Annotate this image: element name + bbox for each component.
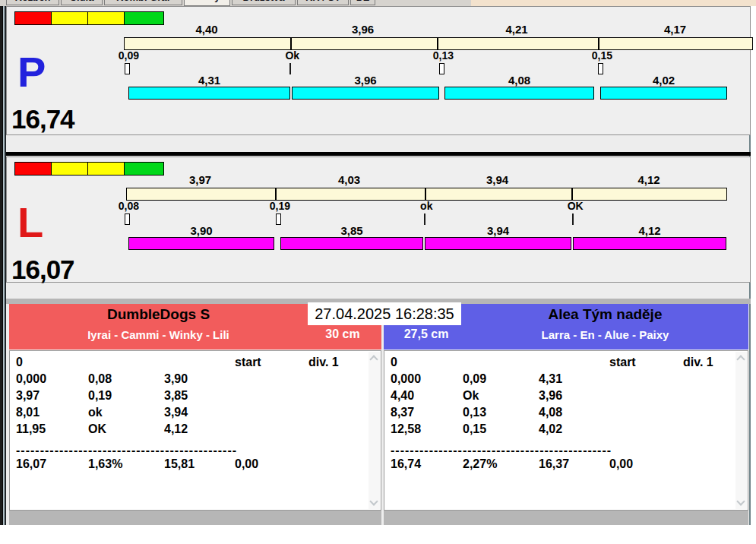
cell: div. 1 (308, 356, 339, 369)
scroll-down-icon[interactable] (736, 497, 745, 505)
jump-height: 30 cm (313, 327, 372, 341)
overall-split-bar (126, 188, 727, 201)
bar-divider (598, 38, 599, 49)
summary-row: 16,74 2,27% 16,37 0,00 (384, 457, 748, 474)
lane-letter: L (17, 201, 43, 244)
cell: ok (88, 406, 103, 419)
cell: 0,09 (463, 372, 486, 386)
dog-time-bar (573, 237, 726, 250)
run-row: 0 start div. 1 (384, 356, 748, 372)
dog-time: 3,94 (425, 224, 571, 237)
bottom-band-left (9, 511, 381, 525)
bar-divider (571, 188, 573, 200)
tab-cidla[interactable]: Čidla (61, 0, 103, 5)
lane-panel-right: 4,40 3,96 4,21 4,17 0,09 Ok 0,13 0,15 4,… (6, 6, 751, 135)
dog-time: 3,85 (280, 224, 423, 237)
dog-time-bar (425, 237, 571, 250)
app-window: Rozběh Čidla Kombi Graf Grafy Družstva K… (0, 0, 756, 544)
run-list-left[interactable]: 0 start div. 1 0,000 0,08 3,90 3,97 0,19… (9, 350, 381, 511)
start-light-yellow2 (87, 162, 125, 176)
cell: 4,02 (539, 422, 562, 436)
separator-row: ----------------------------------------… (10, 444, 381, 457)
total-time: 16,07 (16, 457, 46, 471)
scrollbar[interactable] (735, 352, 747, 509)
start-light-red (14, 11, 52, 25)
crossing-label: 0,13 (433, 49, 454, 62)
start-light-red (14, 162, 52, 176)
jump-height: 27,5 cm (391, 327, 461, 341)
scroll-down-icon[interactable] (369, 497, 378, 505)
cell: 4,12 (164, 422, 188, 436)
scroll-up-icon[interactable] (369, 355, 378, 363)
cell: 0,19 (88, 389, 112, 403)
cell: 4,31 (539, 372, 562, 386)
cell: 3,85 (164, 389, 188, 403)
dog-time: 3,90 (128, 224, 274, 237)
start-light-yellow1 (51, 162, 88, 176)
cell: 3,90 (164, 372, 188, 386)
dog-time: 4,12 (573, 224, 726, 237)
crossing-tick (289, 63, 291, 74)
dog-time-bar (292, 87, 439, 100)
lane-total-time: 16,74 (11, 104, 74, 134)
run-row: 3,97 0,19 3,85 (10, 389, 381, 406)
split-time: 4,12 (571, 173, 727, 186)
crossing-tick (125, 63, 130, 74)
run-rows: 0 start div. 1 0,000 0,09 4,31 4,40 Ok 3… (384, 356, 748, 474)
crossing-label: 0,08 (119, 200, 139, 212)
cell: 0,08 (88, 372, 112, 386)
dog-time: 4,08 (444, 74, 594, 87)
dog-time: 3,96 (292, 74, 439, 87)
run-row: 12,58 0,15 4,02 (384, 422, 748, 439)
dog-time-bar (280, 237, 423, 250)
dog-time-bar (128, 237, 274, 250)
run-row: 8,01 ok 3,94 (10, 406, 381, 422)
cell: 4,08 (539, 406, 562, 419)
crossing-label: OK (568, 200, 584, 212)
tab-label: DZ (356, 0, 369, 3)
cell: 8,37 (391, 406, 414, 419)
lane-separator (6, 152, 751, 156)
run-row: 8,37 0,13 4,08 (384, 406, 748, 422)
crossing-label: 0,15 (592, 49, 612, 62)
tab-kombi-graf[interactable]: Kombi Graf (104, 0, 182, 5)
lane-total-time: 16,07 (11, 255, 74, 285)
tab-rozbeh[interactable]: Rozběh (6, 0, 59, 5)
scrollbar[interactable] (369, 352, 380, 509)
run-row: 0 start div. 1 (10, 356, 381, 372)
cell: 0,15 (463, 422, 486, 436)
split-time: 4,03 (274, 173, 424, 186)
scroll-up-icon[interactable] (736, 355, 745, 363)
tab-kr-st[interactable]: KR / ST (297, 0, 349, 5)
cell: 8,01 (16, 406, 40, 419)
run-list-right[interactable]: 0 start div. 1 0,000 0,09 4,31 4,40 Ok 3… (384, 350, 748, 511)
tab-druzstva[interactable]: Družstva (232, 0, 296, 5)
tab-label: Čidla (70, 0, 94, 3)
tab-grafy[interactable]: Grafy (184, 0, 230, 6)
datetime-display: 27.04.2025 16:28:35 (308, 302, 461, 325)
tab-label: Kombi Graf (116, 0, 170, 3)
net-time: 15,81 (164, 457, 195, 471)
lane-letter: P (17, 51, 46, 93)
run-row: 0,000 0,08 3,90 (10, 372, 381, 389)
cell: 3,94 (164, 406, 188, 419)
crossing-tick (424, 213, 425, 225)
cell: div. 1 (683, 356, 713, 369)
bar-divider (290, 38, 292, 49)
cell: 11,95 (16, 422, 46, 436)
team-dogs: Iyrai - Cammi - Winky - Lili (9, 328, 308, 341)
tab-dz[interactable]: DZ (350, 0, 375, 5)
dog-time: 4,02 (600, 74, 727, 87)
bar-divider (437, 38, 438, 49)
team-name: Alea Tým naděje (462, 306, 748, 323)
summary-row: 16,07 1,63% 15,81 0,00 (10, 457, 381, 474)
cell: OK (88, 422, 106, 436)
dog-time-bar (128, 87, 290, 100)
crossing-tick (439, 63, 444, 74)
crossing-tick (572, 213, 574, 225)
tab-label: Družstva (243, 0, 285, 3)
tab-label: Rozběh (15, 0, 51, 3)
team-dogs: Larra - En - Alue - Paixy (462, 328, 748, 341)
lane-panel-left: 3,97 4,03 3,94 4,12 0,08 0,19 ok OK 3,90… (6, 157, 751, 283)
cell: 0,000 (391, 372, 421, 386)
